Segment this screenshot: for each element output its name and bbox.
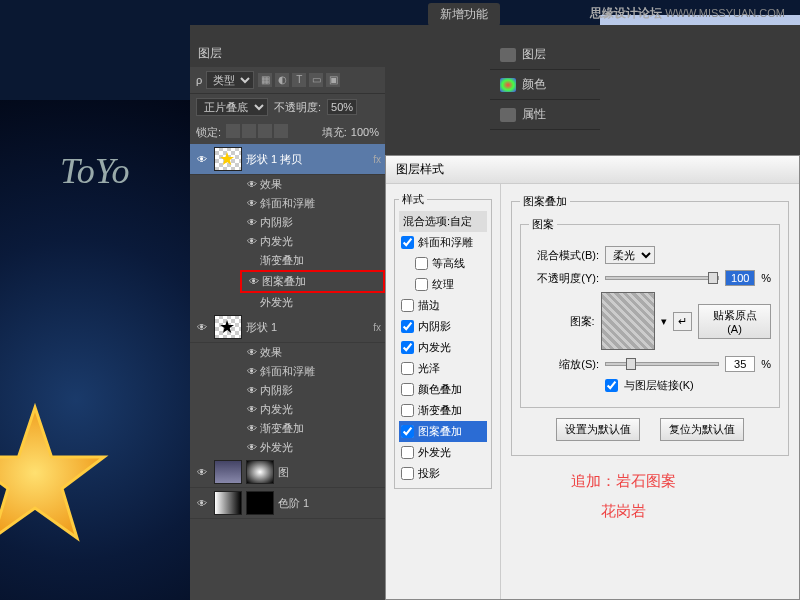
- visibility-icon[interactable]: 👁: [244, 442, 260, 453]
- style-texture[interactable]: 纹理: [399, 274, 487, 295]
- visibility-icon[interactable]: 👁: [244, 423, 260, 434]
- set-default-button[interactable]: 设置为默认值: [556, 418, 640, 441]
- visibility-icon[interactable]: 👁: [244, 198, 260, 209]
- style-outer-glow[interactable]: 外发光: [399, 442, 487, 463]
- visibility-icon[interactable]: 👁: [246, 276, 262, 287]
- fx-inner-shadow[interactable]: 内阴影: [260, 215, 293, 230]
- fx-outer-glow[interactable]: 外发光: [260, 440, 293, 455]
- visibility-icon[interactable]: 👁: [244, 217, 260, 228]
- checkbox-outer-glow[interactable]: [401, 446, 414, 459]
- scale-slider[interactable]: [605, 362, 719, 366]
- fx-indicator[interactable]: fx: [373, 322, 381, 333]
- checkbox-stroke[interactable]: [401, 299, 414, 312]
- fx-inner-shadow[interactable]: 内阴影: [260, 383, 293, 398]
- checkbox-contour[interactable]: [415, 257, 428, 270]
- filter-adjust-icon[interactable]: ◐: [275, 73, 289, 87]
- style-contour[interactable]: 等高线: [399, 253, 487, 274]
- visibility-icon[interactable]: 👁: [194, 154, 210, 165]
- tab-layers[interactable]: 图层: [490, 40, 600, 70]
- opacity-value[interactable]: 50%: [327, 99, 357, 115]
- style-inner-shadow[interactable]: 内阴影: [399, 316, 487, 337]
- checkbox-gradient-overlay[interactable]: [401, 404, 414, 417]
- filter-text-icon[interactable]: T: [292, 73, 306, 87]
- filter-smart-icon[interactable]: ▣: [326, 73, 340, 87]
- checkbox-drop-shadow[interactable]: [401, 467, 414, 480]
- new-features-button[interactable]: 新增功能: [428, 3, 500, 26]
- checkbox-inner-shadow[interactable]: [401, 320, 414, 333]
- style-satin[interactable]: 光泽: [399, 358, 487, 379]
- pattern-dropdown-icon[interactable]: ▾: [661, 315, 667, 328]
- fx-pattern-overlay[interactable]: 图案叠加: [262, 274, 306, 289]
- fx-bevel[interactable]: 斜面和浮雕: [260, 196, 315, 211]
- layer-name[interactable]: 形状 1 拷贝: [246, 152, 373, 167]
- checkbox-texture[interactable]: [415, 278, 428, 291]
- layer-mask: [246, 491, 274, 515]
- fx-inner-glow[interactable]: 内发光: [260, 234, 293, 249]
- layer-image[interactable]: 👁 图: [190, 457, 385, 488]
- style-color-overlay[interactable]: 颜色叠加: [399, 379, 487, 400]
- canvas[interactable]: ToYo: [0, 100, 190, 600]
- checkbox-bevel[interactable]: [401, 236, 414, 249]
- layer-levels[interactable]: 👁 色阶 1: [190, 488, 385, 519]
- layer-shape1[interactable]: 👁 形状 1 fx: [190, 312, 385, 343]
- fx-outer-glow[interactable]: 外发光: [260, 295, 293, 310]
- fx-header: 效果: [260, 345, 282, 360]
- style-bevel[interactable]: 斜面和浮雕: [399, 232, 487, 253]
- style-stroke[interactable]: 描边: [399, 295, 487, 316]
- visibility-icon[interactable]: 👁: [244, 179, 260, 190]
- fx-bevel[interactable]: 斜面和浮雕: [260, 364, 315, 379]
- fx-indicator[interactable]: fx: [373, 154, 381, 165]
- filter-type-icons[interactable]: ▦ ◐ T ▭ ▣: [258, 73, 340, 87]
- layer-name[interactable]: 形状 1: [246, 320, 373, 335]
- blend-mode-select[interactable]: 柔光: [605, 246, 655, 264]
- filter-pixel-icon[interactable]: ▦: [258, 73, 272, 87]
- style-drop-shadow[interactable]: 投影: [399, 463, 487, 484]
- new-preset-icon[interactable]: ↵: [673, 312, 692, 331]
- visibility-icon[interactable]: 👁: [194, 467, 210, 478]
- style-inner-glow[interactable]: 内发光: [399, 337, 487, 358]
- style-pattern-overlay[interactable]: 图案叠加: [399, 421, 487, 442]
- visibility-icon[interactable]: 👁: [244, 366, 260, 377]
- visibility-icon[interactable]: 👁: [244, 404, 260, 415]
- fill-label: 填充:: [322, 125, 347, 140]
- layer-shape1-copy[interactable]: 👁 形状 1 拷贝 fx: [190, 144, 385, 175]
- layer-thumbnail: [214, 315, 242, 339]
- blend-mode-label: 混合模式(B):: [529, 248, 599, 263]
- tab-color[interactable]: 颜色: [490, 70, 600, 100]
- opacity-slider[interactable]: [605, 276, 719, 280]
- snap-origin-button[interactable]: 贴紧原点(A): [698, 304, 771, 339]
- visibility-icon[interactable]: 👁: [194, 498, 210, 509]
- scale-label: 缩放(S):: [529, 357, 599, 372]
- visibility-icon[interactable]: 👁: [194, 322, 210, 333]
- fx-inner-glow[interactable]: 内发光: [260, 402, 293, 417]
- fx-list-2: 👁效果 👁斜面和浮雕 👁内阴影 👁内发光 👁渐变叠加 👁外发光: [190, 343, 385, 457]
- tab-properties[interactable]: 属性: [490, 100, 600, 130]
- visibility-icon[interactable]: 👁: [244, 385, 260, 396]
- link-checkbox[interactable]: [605, 379, 618, 392]
- opacity-input[interactable]: [725, 270, 755, 286]
- properties-icon: [500, 108, 516, 122]
- pattern-thumbnail[interactable]: [601, 292, 655, 350]
- style-content: 图案叠加 图案 混合模式(B): 柔光 不透明度(Y): % 图案:: [501, 184, 799, 599]
- layer-name[interactable]: 图: [278, 465, 381, 480]
- layers-panel-title[interactable]: 图层: [190, 40, 385, 67]
- layer-name[interactable]: 色阶 1: [278, 496, 381, 511]
- pattern-label: 图案:: [529, 314, 595, 329]
- fill-value[interactable]: 100%: [351, 126, 379, 138]
- checkbox-satin[interactable]: [401, 362, 414, 375]
- style-gradient-overlay[interactable]: 渐变叠加: [399, 400, 487, 421]
- fx-gradient-overlay[interactable]: 渐变叠加: [260, 421, 304, 436]
- checkbox-inner-glow[interactable]: [401, 341, 414, 354]
- lock-icons[interactable]: [225, 124, 289, 140]
- visibility-icon[interactable]: 👁: [244, 347, 260, 358]
- scale-input[interactable]: [725, 356, 755, 372]
- checkbox-pattern-overlay[interactable]: [401, 425, 414, 438]
- filter-shape-icon[interactable]: ▭: [309, 73, 323, 87]
- blend-mode-select[interactable]: 正片叠底: [196, 98, 268, 116]
- visibility-icon[interactable]: 👁: [244, 236, 260, 247]
- blend-options-row[interactable]: 混合选项:自定: [399, 211, 487, 232]
- checkbox-color-overlay[interactable]: [401, 383, 414, 396]
- filter-type-select[interactable]: 类型: [206, 71, 254, 89]
- reset-default-button[interactable]: 复位为默认值: [660, 418, 744, 441]
- fx-gradient-overlay[interactable]: 渐变叠加: [260, 253, 304, 268]
